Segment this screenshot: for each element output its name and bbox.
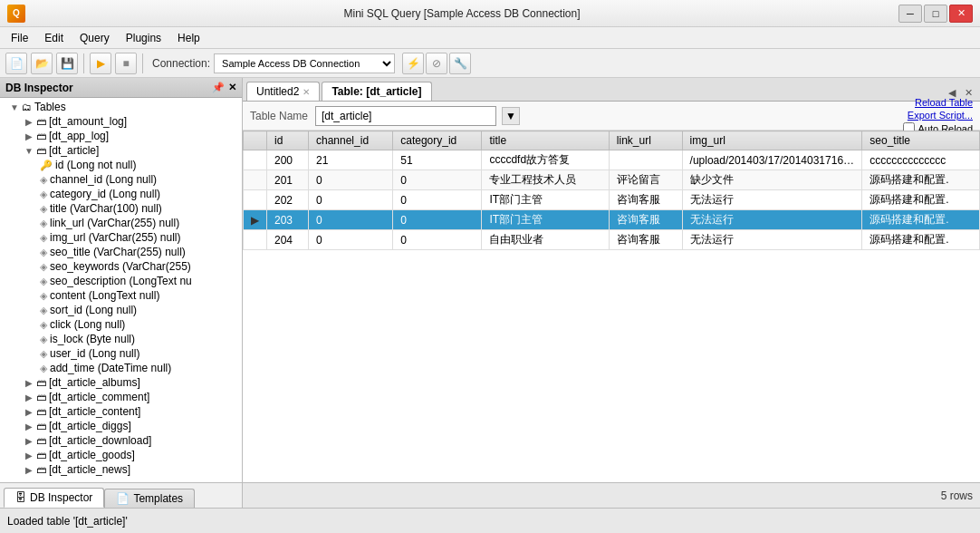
table-row[interactable]: 2002151ccccdfd故方答复/upload/201403/17/2014… <box>244 150 980 170</box>
export-script-button[interactable]: Export Script... <box>908 110 973 121</box>
connection-select[interactable]: Sample Access DB Connection <box>214 53 395 73</box>
maximize-button[interactable]: □ <box>924 5 947 23</box>
menu-edit[interactable]: Edit <box>37 30 71 46</box>
table-dt-article-content[interactable]: ▶ 🗃 [dt_article_content] <box>2 404 240 419</box>
table-dt-amount-log[interactable]: ▶ 🗃 [dt_amount_log] <box>2 114 240 129</box>
dt-goods-expand[interactable]: ▶ <box>22 451 36 460</box>
disconnect-button[interactable]: ⊘ <box>426 53 447 74</box>
col-seo-title[interactable]: seo_title <box>862 131 980 150</box>
run-button[interactable]: ▶ <box>90 53 111 74</box>
dt-news-expand[interactable]: ▶ <box>22 465 36 475</box>
close-panel-icon[interactable]: ✕ <box>228 82 236 93</box>
table-row[interactable]: 20200IT部门主管咨询客服无法运行源码搭建和配置. <box>244 190 980 210</box>
cell-category-id: 0 <box>393 230 482 250</box>
table-icon-8: 🗃 <box>36 435 46 446</box>
table-header-row: id channel_id category_id title link_url… <box>244 131 980 150</box>
table-name-input[interactable] <box>315 106 496 126</box>
tables-expand-icon[interactable]: ▼ <box>7 102 22 112</box>
col-link-url[interactable]: link_url <box>609 131 682 150</box>
new-button[interactable]: 📄 <box>5 53 27 74</box>
reload-table-button[interactable]: Reload Table <box>915 97 973 108</box>
save-button[interactable]: 💾 <box>56 53 78 74</box>
col-img-url[interactable]: img_url <box>682 131 862 150</box>
cell-title: 专业工程技术人员 <box>482 170 609 190</box>
dt-diggs-expand[interactable]: ▶ <box>22 422 36 431</box>
field-category-id[interactable]: ◈ category_id (Long null) <box>2 187 240 201</box>
dt-amount-expand[interactable]: ▶ <box>22 117 36 127</box>
tab-untitled2[interactable]: Untitled2 ✕ <box>246 82 320 101</box>
field-label-click: click (Long null) <box>50 318 125 331</box>
table-icon-4: 🗃 <box>36 377 46 388</box>
menu-plugins[interactable]: Plugins <box>119 30 168 46</box>
pin-icon[interactable]: 📌 <box>212 82 225 93</box>
field-add-time[interactable]: ◈ add_time (DateTime null) <box>2 361 240 375</box>
field-channel-id[interactable]: ◈ channel_id (Long null) <box>2 172 240 187</box>
close-button[interactable]: ✕ <box>949 5 973 23</box>
table-row[interactable]: 20400自由职业者咨询客服无法运行源码搭建和配置. <box>244 230 980 250</box>
document-tab-bar: Untitled2 ✕ Table: [dt_article] ◀ ✕ <box>243 78 980 102</box>
dt-download-expand[interactable]: ▶ <box>22 436 36 446</box>
table-dt-article-albums[interactable]: ▶ 🗃 [dt_article_albums] <box>2 375 240 390</box>
table-dt-article-goods[interactable]: ▶ 🗃 [dt_article_goods] <box>2 448 240 462</box>
table-row[interactable]: 20100专业工程技术人员评论留言缺少文件源码搭建和配置. <box>244 170 980 190</box>
cell-title: IT部门主管 <box>482 210 609 230</box>
menu-help[interactable]: Help <box>170 30 207 46</box>
dt-content-expand[interactable]: ▶ <box>22 407 36 417</box>
dt-comment-expand[interactable]: ▶ <box>22 392 36 402</box>
tab-db-inspector[interactable]: 🗄 DB Inspector <box>4 488 104 508</box>
field-link-url[interactable]: ◈ link_url (VarChar(255) null) <box>2 216 240 230</box>
data-table-wrapper[interactable]: id channel_id category_id title link_url… <box>243 131 980 482</box>
col-id[interactable]: id <box>267 131 309 150</box>
tab-templates[interactable]: 📄 Templates <box>104 489 195 508</box>
dt-app-expand[interactable]: ▶ <box>22 131 36 141</box>
conn-settings-button[interactable]: 🔧 <box>449 53 471 74</box>
field-seo-title[interactable]: ◈ seo_title (VarChar(255) null) <box>2 245 240 259</box>
field-seo-keywords[interactable]: ◈ seo_keywords (VarChar(255) <box>2 259 240 274</box>
field-is-lock[interactable]: ◈ is_lock (Byte null) <box>2 332 240 346</box>
col-channel-id[interactable]: channel_id <box>309 131 393 150</box>
field-sort-id[interactable]: ◈ sort_id (Long null) <box>2 303 240 317</box>
table-label-5: [dt_article_comment] <box>49 391 149 403</box>
table-dt-article-download[interactable]: ▶ 🗃 [dt_article_download] <box>2 433 240 448</box>
field-content[interactable]: ◈ content (LongText null) <box>2 288 240 303</box>
field-icon-13: ◈ <box>40 348 47 360</box>
main-area: DB Inspector 📌 ✕ ▼ 🗂 Tables ▶ 🗃 [dt_amou… <box>0 78 980 508</box>
field-seo-desc[interactable]: ◈ seo_description (LongText nu <box>2 274 240 288</box>
menu-file[interactable]: File <box>4 30 35 46</box>
table-row[interactable]: ▶20300IT部门主管咨询客服无法运行源码搭建和配置. <box>244 210 980 230</box>
field-img-url[interactable]: ◈ img_url (VarChar(255) null) <box>2 230 240 245</box>
table-dt-article[interactable]: ▼ 🗃 [dt_article] <box>2 143 240 158</box>
col-title[interactable]: title <box>482 131 609 150</box>
table-label-1: [dt_amount_log] <box>49 115 127 128</box>
table-dt-article-diggs[interactable]: ▶ 🗃 [dt_article_diggs] <box>2 419 240 433</box>
dt-article-expand[interactable]: ▼ <box>22 146 36 156</box>
row-indicator-cell <box>244 170 267 190</box>
tab-dt-article[interactable]: Table: [dt_article] <box>322 82 431 101</box>
table-dt-app-log[interactable]: ▶ 🗃 [dt_app_log] <box>2 129 240 143</box>
table-label-9: [dt_article_goods] <box>49 449 135 461</box>
field-label-userid: user_id (Long null) <box>50 347 139 360</box>
connect-button[interactable]: ⚡ <box>402 53 424 74</box>
open-button[interactable]: 📂 <box>31 53 53 74</box>
toolbar-separator-2 <box>142 53 143 73</box>
minimize-button[interactable]: ─ <box>898 5 922 23</box>
cell-link-url <box>609 150 682 170</box>
field-user-id[interactable]: ◈ user_id (Long null) <box>2 346 240 361</box>
field-id[interactable]: 🔑 id (Long not null) <box>2 158 240 172</box>
cell-img-url: 无法运行 <box>682 190 862 210</box>
field-click[interactable]: ◈ click (Long null) <box>2 317 240 332</box>
stop-button[interactable]: ■ <box>115 53 137 74</box>
table-dt-article-comment[interactable]: ▶ 🗃 [dt_article_comment] <box>2 390 240 404</box>
tab-untitled2-label: Untitled2 <box>256 85 299 98</box>
field-title[interactable]: ◈ title (VarChar(100) null) <box>2 201 240 216</box>
menu-query[interactable]: Query <box>72 30 117 46</box>
toolbar: 📄 📂 💾 ▶ ■ Connection: Sample Access DB C… <box>0 49 980 78</box>
tables-root[interactable]: ▼ 🗂 Tables <box>2 100 240 114</box>
table-dt-article-news[interactable]: ▶ 🗃 [dt_article_news] <box>2 462 240 477</box>
cell-category-id: 0 <box>393 210 482 230</box>
tab-untitled2-close[interactable]: ✕ <box>303 87 310 97</box>
table-name-dropdown[interactable]: ▼ <box>502 107 520 125</box>
field-label-link: link_url (VarChar(255) null) <box>50 217 179 229</box>
dt-albums-expand[interactable]: ▶ <box>22 378 36 388</box>
col-category-id[interactable]: category_id <box>393 131 482 150</box>
